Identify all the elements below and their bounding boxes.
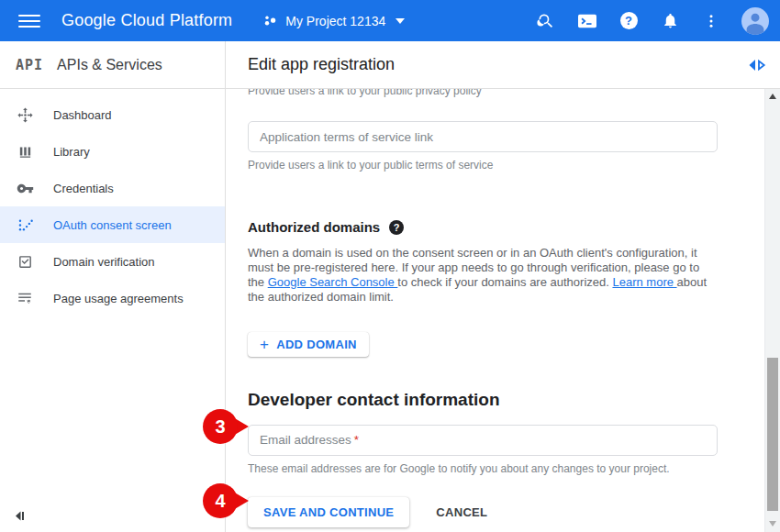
email-addresses-field[interactable] (248, 425, 718, 456)
plus-icon: + (260, 337, 269, 352)
authorized-domains-description: When a domain is used on the consent scr… (248, 246, 718, 305)
project-name: My Project 12134 (285, 14, 385, 28)
sidebar-item-label: Page usage agreements (53, 292, 184, 305)
google-search-console-link[interactable]: Google Search Console (268, 275, 398, 289)
sidebar-item-label: Credentials (53, 182, 114, 195)
avatar[interactable] (741, 7, 769, 35)
menu-icon[interactable] (18, 10, 40, 32)
sidebar-item-dashboard[interactable]: Dashboard (0, 96, 225, 133)
person-icon (741, 7, 769, 35)
sidebar-header: API APIs & Services (0, 41, 225, 89)
terms-of-service-field[interactable] (248, 121, 718, 152)
scroll-down-arrow-icon[interactable] (765, 517, 780, 530)
panel-toggle-icon[interactable] (747, 57, 767, 73)
help-icon[interactable]: ? (389, 220, 404, 235)
authorized-domains-title: Authorized domains (248, 219, 380, 235)
sidebar-item-oauth-consent-screen[interactable]: OAuth consent screen (0, 206, 225, 243)
sidebar-title: APIs & Services (57, 57, 162, 73)
dashboard-icon (16, 105, 34, 124)
scroll-up-arrow-icon[interactable] (765, 90, 780, 103)
learn-more-link[interactable]: Learn more (612, 275, 676, 289)
terms-of-service-helper: Provide users a link to your public term… (248, 159, 718, 172)
main-panel: Edit app registration Provide users a li… (226, 41, 780, 532)
annotation-number: 3 (203, 409, 238, 444)
help-icon[interactable]: ? (618, 10, 640, 32)
email-helper: These email addresses are for Google to … (248, 462, 718, 475)
save-and-continue-button[interactable]: SAVE AND CONTINUE (248, 497, 409, 527)
app-shell: API APIs & Services Dashboard Library (0, 41, 780, 532)
sidebar-item-label: Domain verification (53, 255, 155, 269)
sidebar-item-domain-verification[interactable]: Domain verification (0, 243, 225, 280)
vertical-scrollbar (764, 89, 780, 532)
sidebar-item-library[interactable]: Library (0, 133, 225, 170)
form-actions: SAVE AND CONTINUE CANCEL (248, 497, 718, 527)
cancel-button[interactable]: CANCEL (436, 505, 487, 519)
topbar-actions: ? (535, 7, 769, 35)
page-title: Edit app registration (248, 55, 395, 74)
library-icon (16, 142, 34, 161)
domain-verification-icon (16, 252, 34, 271)
api-logo: API (16, 57, 43, 73)
developer-contact-heading: Developer contact information (248, 390, 718, 410)
sidebar-item-label: OAuth consent screen (53, 218, 172, 232)
page-usage-icon (16, 289, 34, 307)
notifications-icon[interactable] (659, 10, 681, 32)
email-field-wrapper: Email addresses* (248, 425, 718, 456)
sidebar: API APIs & Services Dashboard Library (0, 41, 226, 532)
cloud-shell-icon[interactable] (576, 10, 598, 32)
sidebar-item-page-usage-agreements[interactable]: Page usage agreements (0, 280, 225, 316)
authorized-domains-heading: Authorized domains ? (248, 219, 718, 235)
oauth-consent-icon (16, 216, 34, 234)
sidebar-item-credentials[interactable]: Credentials (0, 170, 225, 206)
scrollbar-thumb[interactable] (767, 358, 778, 511)
key-icon (16, 179, 34, 197)
sidebar-item-label: Dashboard (53, 108, 112, 122)
description-text: to check if your domains are authorized. (397, 275, 612, 289)
collapse-sidebar-icon[interactable] (12, 509, 28, 524)
brand-title: Google Cloud Platform (61, 11, 232, 30)
caret-down-icon (396, 18, 405, 24)
form-scroll-area: Provide users a link to your public priv… (226, 89, 780, 532)
more-vert-icon[interactable] (700, 10, 722, 32)
search-icon[interactable] (535, 10, 557, 32)
annotation-badge-4: 4 (203, 483, 252, 518)
add-domain-button[interactable]: + ADD DOMAIN (248, 332, 369, 357)
project-icon (263, 15, 277, 28)
top-bar: Google Cloud Platform My Project 12134 ? (0, 0, 780, 41)
form-content: Provide users a link to your public priv… (248, 89, 718, 527)
annotation-number: 4 (203, 483, 238, 518)
question-mark: ? (620, 12, 638, 29)
sidebar-item-label: Library (53, 145, 90, 159)
annotation-badge-3: 3 (203, 409, 252, 444)
main-header: Edit app registration (226, 41, 780, 89)
sidebar-nav: Dashboard Library Credentials OAuth cons… (0, 89, 225, 316)
privacy-policy-helper: Provide users a link to your public priv… (248, 89, 718, 97)
add-domain-label: ADD DOMAIN (276, 338, 357, 351)
project-selector[interactable]: My Project 12134 (263, 14, 405, 28)
